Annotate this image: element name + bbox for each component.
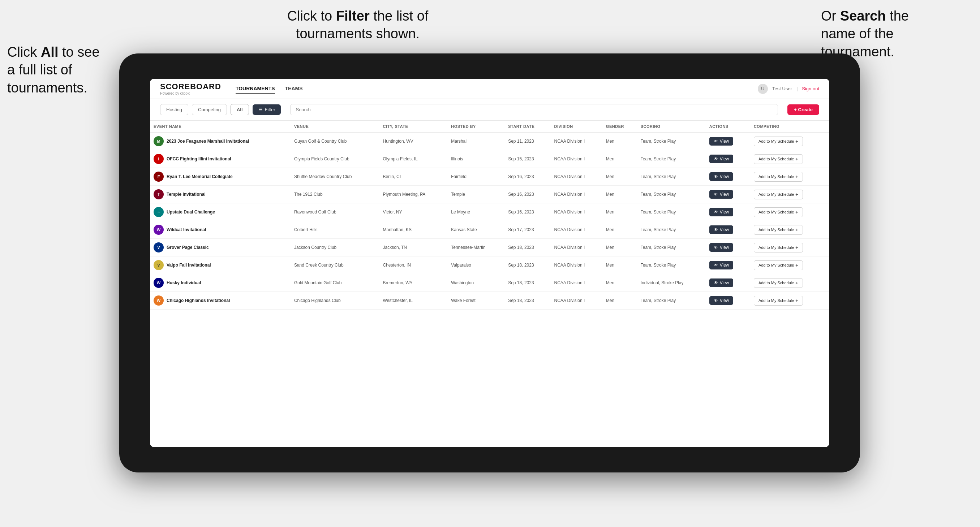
view-button-2[interactable]: 👁 View: [710, 172, 733, 181]
add-schedule-button-2[interactable]: Add to My Schedule +: [754, 172, 803, 182]
competing-cell-3: Add to My Schedule +: [750, 186, 829, 203]
table-row: V Grover Page Classic Jackson Country Cl…: [150, 239, 829, 256]
gender-cell-2: Men: [602, 168, 637, 186]
add-schedule-button-3[interactable]: Add to My Schedule +: [754, 190, 803, 199]
add-schedule-button-0[interactable]: Add to My Schedule +: [754, 137, 803, 146]
eye-icon-3: 👁: [714, 192, 718, 197]
add-schedule-button-6[interactable]: Add to My Schedule +: [754, 243, 803, 252]
scoring-cell-1: Team, Stroke Play: [637, 150, 706, 168]
gender-cell-4: Men: [602, 203, 637, 221]
add-schedule-button-7[interactable]: Add to My Schedule +: [754, 260, 803, 270]
nav-tab-teams[interactable]: TEAMS: [285, 84, 303, 94]
actions-cell-8: 👁 View: [706, 274, 750, 292]
city-cell-9: Westchester, IL: [379, 292, 448, 310]
add-schedule-button-1[interactable]: Add to My Schedule +: [754, 154, 803, 164]
venue-cell-9: Chicago Highlands Club: [291, 292, 379, 310]
eye-icon-5: 👁: [714, 227, 718, 232]
division-cell-1: NCAA Division I: [551, 150, 602, 168]
plus-icon-0: +: [795, 139, 798, 144]
hosted-cell-1: Illinois: [447, 150, 504, 168]
tournaments-table-wrap: EVENT NAME VENUE CITY, STATE HOSTED BY S…: [150, 121, 829, 447]
table-row: W Chicago Highlands Invitational Chicago…: [150, 292, 829, 310]
add-schedule-button-8[interactable]: Add to My Schedule +: [754, 278, 803, 288]
col-city-state: CITY, STATE: [379, 121, 448, 133]
user-name: Test User: [772, 86, 792, 91]
event-cell-6: V Grover Page Classic: [150, 239, 291, 256]
hosted-cell-2: Fairfield: [447, 168, 504, 186]
view-button-6[interactable]: 👁 View: [710, 243, 733, 252]
actions-cell-0: 👁 View: [706, 133, 750, 150]
city-cell-0: Huntington, WV: [379, 133, 448, 150]
division-cell-9: NCAA Division I: [551, 292, 602, 310]
scoring-cell-9: Team, Stroke Play: [637, 292, 706, 310]
team-logo-7: V: [154, 260, 164, 270]
actions-cell-7: 👁 View: [706, 256, 750, 274]
tab-hosting[interactable]: Hosting: [160, 104, 188, 115]
view-button-5[interactable]: 👁 View: [710, 225, 733, 234]
tab-competing[interactable]: Competing: [192, 104, 227, 115]
plus-icon-6: +: [795, 245, 798, 250]
view-button-1[interactable]: 👁 View: [710, 155, 733, 163]
event-name-5: Wildcat Invitational: [167, 227, 206, 232]
team-logo-3: T: [154, 189, 164, 199]
create-button[interactable]: + Create: [788, 105, 819, 115]
eye-icon-7: 👁: [714, 263, 718, 268]
plus-icon-8: +: [795, 280, 798, 286]
plus-icon-1: +: [795, 156, 798, 162]
eye-icon-4: 👁: [714, 210, 718, 214]
event-cell-1: I OFCC Fighting Illini Invitational: [150, 150, 291, 168]
col-start-date: START DATE: [504, 121, 550, 133]
tablet-screen: SCOREBOARD Powered by clipp'd TOURNAMENT…: [150, 79, 829, 447]
city-cell-4: Victor, NY: [379, 203, 448, 221]
search-input[interactable]: [290, 104, 778, 115]
competing-cell-4: Add to My Schedule +: [750, 203, 829, 221]
nav-tab-tournaments[interactable]: TOURNAMENTS: [235, 84, 275, 94]
signout-link[interactable]: Sign out: [802, 86, 819, 91]
event-cell-5: W Wildcat Invitational: [150, 221, 291, 238]
view-button-9[interactable]: 👁 View: [710, 296, 733, 305]
plus-icon-9: +: [795, 298, 798, 303]
event-name-6: Grover Page Classic: [167, 245, 209, 250]
add-schedule-button-4[interactable]: Add to My Schedule +: [754, 207, 803, 217]
venue-cell-8: Gold Mountain Golf Club: [291, 274, 379, 292]
actions-cell-6: 👁 View: [706, 239, 750, 256]
filter-button[interactable]: ☰ Filter: [253, 105, 281, 115]
team-logo-6: V: [154, 242, 164, 252]
division-cell-7: NCAA Division I: [551, 256, 602, 274]
app-logo: SCOREBOARD: [160, 82, 221, 91]
hosted-cell-8: Washington: [447, 274, 504, 292]
view-button-0[interactable]: 👁 View: [710, 137, 733, 146]
tablet-device: SCOREBOARD Powered by clipp'd TOURNAMENT…: [119, 54, 860, 473]
main-nav: TOURNAMENTS TEAMS: [235, 84, 303, 94]
event-cell-4: ~ Upstate Dual Challenge: [150, 203, 291, 221]
scoring-cell-5: Team, Stroke Play: [637, 221, 706, 239]
app-header: SCOREBOARD Powered by clipp'd TOURNAMENT…: [150, 79, 829, 99]
city-cell-7: Chesterton, IN: [379, 256, 448, 274]
tab-all[interactable]: All: [231, 104, 249, 115]
venue-cell-0: Guyan Golf & Country Club: [291, 133, 379, 150]
date-cell-7: Sep 18, 2023: [504, 256, 550, 274]
event-cell-9: W Chicago Highlands Invitational: [150, 292, 291, 309]
gender-cell-8: Men: [602, 274, 637, 292]
team-logo-0: M: [154, 136, 164, 146]
table-row: V Valpo Fall Invitational Sand Creek Cou…: [150, 256, 829, 274]
actions-cell-9: 👁 View: [706, 292, 750, 310]
view-button-8[interactable]: 👁 View: [710, 278, 733, 287]
table-row: M 2023 Joe Feaganes Marshall Invitationa…: [150, 133, 829, 150]
hosted-cell-6: Tennessee-Martin: [447, 239, 504, 256]
eye-icon-2: 👁: [714, 174, 718, 179]
view-button-7[interactable]: 👁 View: [710, 261, 733, 270]
event-name-7: Valpo Fall Invitational: [167, 263, 211, 268]
view-button-4[interactable]: 👁 View: [710, 208, 733, 216]
scoring-cell-4: Team, Stroke Play: [637, 203, 706, 221]
scoring-cell-3: Team, Stroke Play: [637, 186, 706, 203]
col-competing: COMPETING: [750, 121, 829, 133]
add-schedule-button-9[interactable]: Add to My Schedule +: [754, 296, 803, 306]
view-button-3[interactable]: 👁 View: [710, 190, 733, 198]
actions-cell-3: 👁 View: [706, 186, 750, 203]
event-name-1: OFCC Fighting Illini Invitational: [167, 156, 231, 162]
col-event-name: EVENT NAME: [150, 121, 291, 133]
competing-cell-8: Add to My Schedule +: [750, 274, 829, 292]
competing-cell-2: Add to My Schedule +: [750, 168, 829, 186]
add-schedule-button-5[interactable]: Add to My Schedule +: [754, 225, 803, 235]
